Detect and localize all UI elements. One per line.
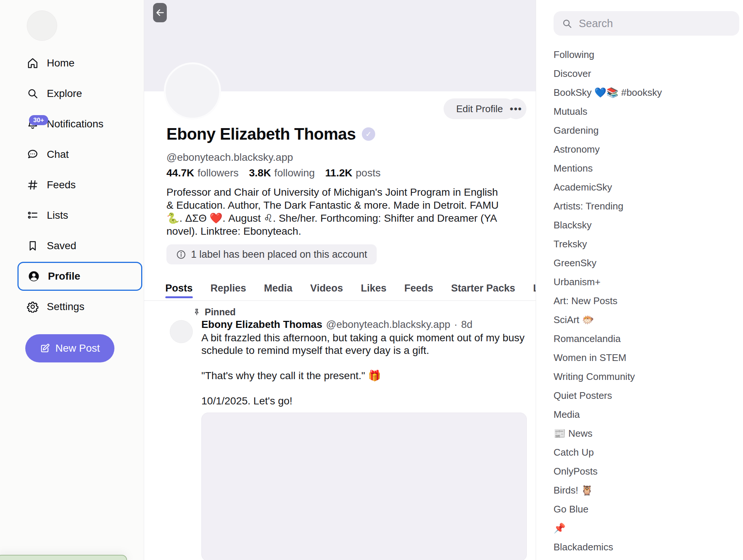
- sidebar-item-profile[interactable]: Profile: [17, 262, 142, 291]
- feed-item-blacksky[interactable]: Blacksky: [554, 216, 739, 235]
- feed-item-news[interactable]: 📰 News: [554, 424, 739, 443]
- feed-item-mentions[interactable]: Mentions: [554, 159, 739, 178]
- profile-stats: 44.7K followers 3.8K following 11.2K pos…: [166, 167, 380, 179]
- sidebar-item-saved[interactable]: Saved: [0, 231, 144, 261]
- compose-icon: [40, 343, 50, 354]
- new-post-button[interactable]: New Post: [25, 334, 114, 362]
- search-icon: [562, 18, 572, 29]
- home-icon: [27, 57, 39, 69]
- feed-item-treksky[interactable]: Treksky: [554, 235, 739, 254]
- feed-item-booksky-booksky[interactable]: BookSky 💙📚 #booksky: [554, 83, 739, 102]
- profile-bio: Professor and Chair of University of Mic…: [166, 186, 504, 238]
- list-icon: [27, 209, 39, 221]
- feed-item-greensky[interactable]: GreenSky: [554, 254, 739, 273]
- sidebar-item-explore[interactable]: Explore: [0, 78, 144, 109]
- new-post-label: New Post: [55, 342, 100, 354]
- clipped-toast: …College 754 d@ Thanks T…: [0, 555, 127, 560]
- tab-feeds[interactable]: Feeds: [404, 276, 433, 300]
- post-timestamp: 8d: [461, 319, 473, 331]
- back-button[interactable]: [153, 3, 167, 22]
- feed-item-discover[interactable]: Discover: [554, 64, 739, 83]
- left-sidebar: HomeExploreNotifications30+ChatFeedsList…: [0, 0, 144, 560]
- profile-handle: @ebonyteach.blacksky.app: [166, 152, 293, 163]
- following-stat[interactable]: 3.8K following: [249, 167, 315, 179]
- post-embedded-image[interactable]: [201, 413, 527, 560]
- feed-item-sciart[interactable]: SciArt 🐡: [554, 310, 739, 329]
- feed-item-catch-up[interactable]: Catch Up: [554, 443, 739, 462]
- feed-list: FollowingDiscoverBookSky 💙📚 #bookskyMutu…: [554, 45, 739, 557]
- pinned-indicator: Pinned: [192, 307, 236, 318]
- search-bar[interactable]: [554, 11, 739, 36]
- feed-item-astronomy[interactable]: Astronomy: [554, 140, 739, 159]
- sidebar-item-home[interactable]: Home: [0, 48, 144, 78]
- feed-item-academicsky[interactable]: AcademicSky: [554, 178, 739, 197]
- profile-name: Ebony Elizabeth Thomas ✓: [166, 125, 375, 143]
- feed-item-urbanism[interactable]: Urbanism+: [554, 273, 739, 292]
- sidebar-item-label: Lists: [47, 209, 68, 221]
- notifications-count-badge: 30+: [29, 115, 48, 125]
- sidebar-item-label: Explore: [47, 88, 82, 100]
- post-author-handle: @ebonyteach.blacksky.app: [326, 319, 450, 331]
- feed-item-pin[interactable]: 📌: [554, 519, 739, 538]
- profile-main: Edit Profile ••• Ebony Elizabeth Thomas …: [144, 0, 536, 560]
- sidebar-item-label: Settings: [47, 301, 84, 313]
- ellipsis-icon: •••: [510, 103, 522, 115]
- sidebar-avatar[interactable]: [27, 10, 57, 41]
- search-input[interactable]: [579, 17, 731, 30]
- tab-replies[interactable]: Replies: [211, 276, 246, 300]
- feed-item-gardening[interactable]: Gardening: [554, 121, 739, 140]
- person-icon: [28, 270, 40, 282]
- more-options-button[interactable]: •••: [506, 98, 526, 119]
- tab-media[interactable]: Media: [264, 276, 293, 300]
- tab-likes[interactable]: Likes: [361, 276, 386, 300]
- tab-starter-packs[interactable]: Starter Packs: [451, 276, 515, 300]
- sidebar-item-feeds[interactable]: Feeds: [0, 170, 144, 200]
- feed-item-art-new-posts[interactable]: Art: New Posts: [554, 292, 739, 310]
- account-label-text: 1 label has been placed on this account: [191, 249, 367, 260]
- sidebar-item-label: Feeds: [47, 179, 76, 191]
- back-arrow-icon: [155, 8, 165, 17]
- post-body: A bit frazzled this afternoon, but takin…: [201, 332, 536, 420]
- sidebar-nav: HomeExploreNotifications30+ChatFeedsList…: [0, 48, 144, 322]
- sidebar-item-chat[interactable]: Chat: [0, 139, 144, 170]
- feed-item-writing-community[interactable]: Writing Community: [554, 367, 739, 386]
- feed-item-artists-trending[interactable]: Artists: Trending: [554, 197, 739, 216]
- profile-tabs: PostsRepliesMediaVideosLikesFeedsStarter…: [144, 276, 536, 301]
- sidebar-item-lists[interactable]: Lists: [0, 200, 144, 231]
- feed-item-onlyposts[interactable]: OnlyPosts: [554, 462, 739, 481]
- sidebar-item-label: Profile: [48, 270, 80, 282]
- sidebar-item-label: Saved: [47, 240, 76, 252]
- pinned-label: Pinned: [205, 307, 236, 318]
- edit-profile-button[interactable]: Edit Profile: [444, 98, 516, 119]
- feed-item-blackademics[interactable]: Blackademics: [554, 538, 739, 557]
- post-author-avatar[interactable]: [170, 320, 193, 343]
- hash-icon: [27, 179, 39, 191]
- account-label-badge[interactable]: 1 label has been placed on this account: [166, 244, 377, 264]
- followers-stat[interactable]: 44.7K followers: [166, 167, 239, 179]
- tab-posts[interactable]: Posts: [165, 276, 193, 300]
- verified-badge-icon[interactable]: ✓: [362, 127, 375, 141]
- feed-item-quiet-posters[interactable]: Quiet Posters: [554, 386, 739, 405]
- feed-item-following[interactable]: Following: [554, 45, 739, 64]
- search-icon: [27, 88, 39, 100]
- tab-lists[interactable]: Lists: [533, 276, 536, 300]
- feed-item-media[interactable]: Media: [554, 405, 739, 424]
- sidebar-item-notifications[interactable]: Notifications30+: [0, 109, 144, 139]
- feed-item-go-blue[interactable]: Go Blue: [554, 500, 739, 519]
- profile-avatar[interactable]: [164, 62, 221, 120]
- sidebar-item-label: Notifications: [47, 118, 104, 130]
- gear-icon: [27, 301, 39, 313]
- feed-item-women-in-stem[interactable]: Women in STEM: [554, 348, 739, 367]
- feed-item-birds[interactable]: Birds! 🦉: [554, 481, 739, 500]
- sidebar-item-label: Home: [47, 57, 75, 69]
- sidebar-item-label: Chat: [47, 149, 69, 160]
- chat-icon: [27, 149, 39, 160]
- info-icon: [176, 250, 186, 260]
- feed-item-romancelandia[interactable]: Romancelandia: [554, 329, 739, 348]
- feed-item-mutuals[interactable]: Mutuals: [554, 102, 739, 121]
- tab-videos[interactable]: Videos: [310, 276, 343, 300]
- right-sidebar: FollowingDiscoverBookSky 💙📚 #bookskyMutu…: [536, 0, 743, 560]
- post-author-line[interactable]: Ebony Elizabeth Thomas @ebonyteach.black…: [201, 319, 473, 331]
- edit-profile-label: Edit Profile: [456, 103, 503, 115]
- sidebar-item-settings[interactable]: Settings: [0, 292, 144, 322]
